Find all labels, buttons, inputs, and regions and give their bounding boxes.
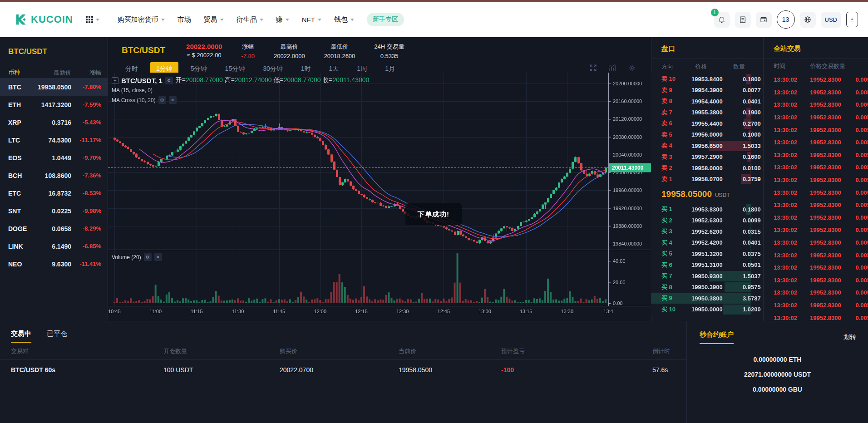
orders-button[interactable] [735,12,751,28]
trade-time: 13:30:02 [774,252,810,259]
orderbook-ask-row[interactable]: 卖 619955.44000.2700 [651,118,763,129]
orderbook-ask-row[interactable]: 卖 819954.40000.0401 [651,96,763,107]
side-label: 卖 2 [661,164,691,172]
trade-time: 13:30:02 [774,127,810,133]
all-trades-panel: 全站交易 时间 价格 交易数量 13:30:0219952.83000.0050… [764,37,868,321]
stat-value: -7.80 [241,53,255,59]
wallet-button[interactable] [756,12,772,28]
trade-qty: 0.005043 [841,89,868,96]
stat-最低价: 最低价20018.2600 [324,43,355,59]
menu-item-赚[interactable]: 赚 [276,15,289,24]
menu-item-市场[interactable]: 市场 [178,15,191,24]
menu-item-购买加密货币[interactable]: 购买加密货币 [118,15,165,24]
orderbook-ask-row[interactable]: 卖 1019953.84000.1800 [651,74,763,85]
orderbook-ask-row[interactable]: 卖 519956.00000.1000 [651,129,763,141]
orderbook-bid-row[interactable]: 买 1019950.00001.0200 [651,304,763,315]
coin-row-EOS[interactable]: EOS1.0449-9.70% [0,149,108,167]
coin-row-LINK[interactable]: LINK6.1490-6.85% [0,237,108,255]
trade-time: 13:30:02 [774,177,810,183]
menu-item-贸易[interactable]: 贸易 [204,15,224,24]
kucoin-logo[interactable]: KUCOIN [14,13,73,26]
trade-time: 13:30:02 [774,101,810,108]
chevron-down-icon [220,19,224,21]
orderbook-bid-row[interactable]: 买 119953.83000.1800 [651,204,763,215]
stat-24H 交易量: 24H 交易量0.5335 [374,43,404,59]
orderbook-ask-row[interactable]: 卖 919954.39000.0077 [651,85,763,96]
col-price: 价格 [691,63,707,71]
open-orders-count-button[interactable]: 13 [777,10,795,29]
indicator-chart-icon[interactable] [608,64,617,72]
coin-row-NEO[interactable]: NEO9.6300-11.41% [0,255,108,273]
orderbook-panel: 盘口 方向 价格 数量 卖 1019953.84000.1800卖 919954… [651,37,764,321]
order-price: 19950.0000 [691,306,723,313]
order-price: 19950.9300 [691,273,723,280]
orderbook-ask-row[interactable]: 卖 119958.07000.3759 [651,174,763,185]
coin-row-ETC[interactable]: ETC16.8732-8.53% [0,184,108,202]
transfer-button[interactable]: 划转 [843,333,856,341]
ma-label: MA (15, close, 0) [112,87,153,93]
orderbook-ask-row[interactable]: 卖 319957.29000.1600 [651,152,763,163]
coin-symbol: EOS [8,154,35,162]
chevron-down-icon [286,19,289,21]
coin-symbol: LINK [8,243,35,250]
tab-交易中[interactable]: 交易中 [11,330,31,343]
menu-item-衍生品[interactable]: 衍生品 [237,15,263,24]
language-button[interactable] [800,12,816,28]
fullscreen-icon[interactable] [589,64,597,72]
side-label: 买 9 [661,294,691,302]
menu-item-钱包[interactable]: 钱包 [334,15,354,24]
orderbook-ask-row[interactable]: 卖 719955.38000.1900 [651,107,763,118]
side-label: 卖 4 [661,142,691,150]
coin-price: 1.0449 [35,154,71,162]
collapse-series-icon[interactable]: − [112,77,118,84]
orderbook-bid-row[interactable]: 买 419952.42000.0401 [651,237,763,249]
notification-bell-button[interactable]: 1 [714,12,730,28]
coin-row-SNT[interactable]: SNT0.0225-9.98% [0,202,108,220]
trade-qty: 0.005043 [841,214,868,221]
coin-row-XRP[interactable]: XRP0.3716-5.43% [0,113,108,131]
trade-price: 19952.8300 [810,264,841,271]
currency-selector[interactable]: USD [821,12,841,28]
download-app-button[interactable] [846,12,858,27]
trade-time: 13:30:02 [774,239,810,246]
coin-change: -8.29% [71,225,101,232]
trade-row: 13:30:0219952.83000.005043 [764,261,868,274]
trade-qty: 0.005043 [841,264,868,271]
orderbook-bid-row[interactable]: 买 719950.93001.5037 [651,271,763,282]
orderbook-bid-row[interactable]: 买 619951.31000.0501 [651,260,763,271]
orderbook-bid-row[interactable]: 买 919950.38003.5787 [651,293,763,304]
chart-settings-gear-icon[interactable] [628,64,636,72]
order-qty: 1.5033 [723,143,761,149]
coin-price: 1417.3200 [35,101,71,108]
newbie-zone-badge[interactable]: 新手专区 [367,13,404,26]
menu-item-NFT[interactable]: NFT [302,16,321,24]
orderbook-bid-row[interactable]: 买 219952.63000.0099 [651,215,763,226]
candlestick-chart[interactable] [108,73,651,315]
coin-row-LTC[interactable]: LTC74.5300-11.17% [0,131,108,149]
chart-header: BTC/USDT 20022.0000 ≈ $ 20022.00 涨幅-7.80… [108,37,651,54]
order-qty: 0.0401 [723,98,761,105]
orderbook-ask-row[interactable]: 卖 219958.00000.0100 [651,162,763,174]
orderbook-bid-row[interactable]: 买 319952.62000.0315 [651,226,763,237]
series-settings-gear-icon[interactable]: ⚙ [165,77,173,84]
tab-已平仓[interactable]: 已平仓 [47,330,67,343]
orderbook-bid-row[interactable]: 买 819950.39000.9575 [651,282,763,293]
side-label: 卖 7 [661,108,691,117]
coin-row-DOGE[interactable]: DOGE0.0658-8.29% [0,220,108,237]
coin-row-BCH[interactable]: BCH108.8600-7.36% [0,167,108,184]
coin-price: 9.6300 [35,261,71,268]
orderbook-ask-row[interactable]: 卖 419956.65001.5033 [651,140,763,152]
volume-settings-gear-icon[interactable]: ⚙ [144,253,152,261]
ma-cross-remove-icon[interactable]: ✕ [169,96,177,104]
col-direction: 方向 [661,63,691,71]
apps-grid-icon[interactable] [86,16,99,23]
ma-cross-settings-gear-icon[interactable]: ⚙ [158,96,166,104]
trade-qty: 0.005043 [841,226,868,233]
orderbook-bid-row[interactable]: 买 519951.32000.0375 [651,248,763,260]
trade-qty: 0.005043 [841,252,868,259]
order-price: 19955.3800 [691,109,723,116]
volume-remove-icon[interactable]: ✕ [154,253,162,261]
coin-row-BTC[interactable]: BTC19958.0500-7.80% [0,78,108,96]
coin-row-ETH[interactable]: ETH1417.3200-7.59% [0,96,108,113]
col-change: 涨幅 [71,69,101,77]
